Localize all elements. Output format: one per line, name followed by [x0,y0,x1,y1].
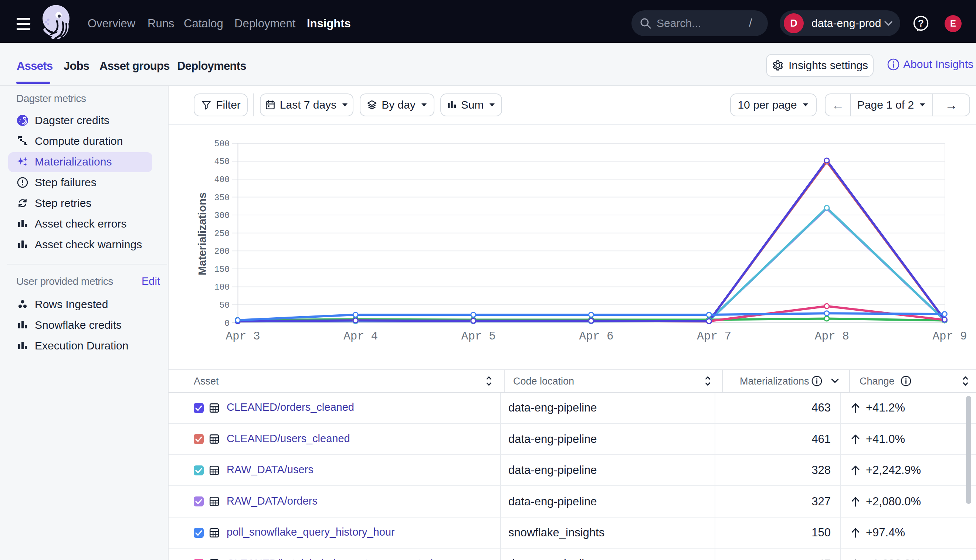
svg-text:Apr 4: Apr 4 [343,330,378,343]
svg-text:Apr 8: Apr 8 [815,330,849,343]
svg-text:150: 150 [214,265,230,275]
svg-text:350: 350 [214,193,230,203]
svg-text:500: 500 [214,139,230,149]
svg-text:Apr 3: Apr 3 [226,330,260,343]
svg-text:Apr 6: Apr 6 [579,330,613,343]
svg-text:50: 50 [219,301,230,310]
svg-text:250: 250 [214,229,230,238]
svg-text:Apr 9: Apr 9 [933,330,967,343]
svg-text:450: 450 [214,157,230,167]
svg-text:300: 300 [214,211,230,220]
svg-text:Apr 7: Apr 7 [697,330,731,343]
svg-text:0: 0 [224,319,230,328]
svg-text:Materializations: Materializations [196,192,208,275]
svg-text:100: 100 [214,283,230,292]
svg-text:400: 400 [214,175,230,185]
svg-text:200: 200 [214,247,230,257]
svg-text:Apr 5: Apr 5 [461,330,496,343]
